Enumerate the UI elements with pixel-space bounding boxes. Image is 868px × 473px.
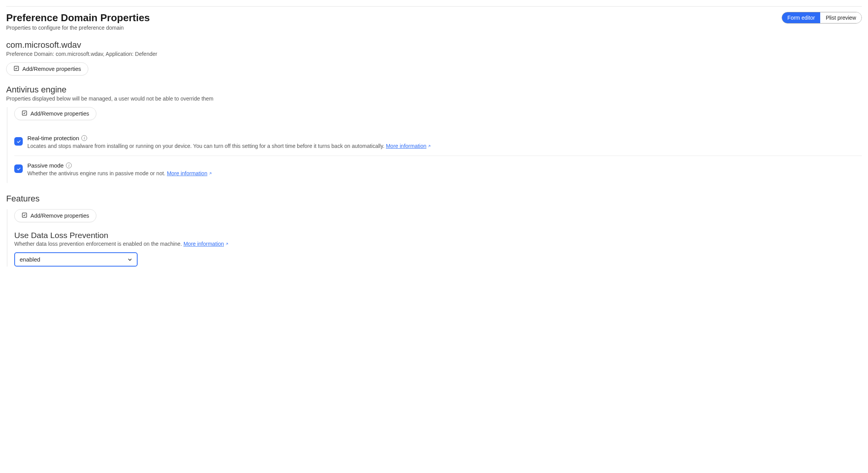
features-title: Features xyxy=(6,194,862,204)
page-title: Preference Domain Properties xyxy=(6,12,150,24)
divider xyxy=(6,6,862,7)
plist-preview-tab[interactable]: Plist preview xyxy=(820,12,861,23)
dlp-title: Use Data Loss Prevention xyxy=(14,231,862,240)
passive-mode-row: Passive mode i Whether the antivirus eng… xyxy=(14,156,862,183)
form-editor-tab[interactable]: Form editor xyxy=(782,12,821,23)
dlp-select[interactable]: enabled xyxy=(14,252,138,267)
info-icon[interactable]: i xyxy=(81,135,87,141)
passive-title: Passive mode xyxy=(27,162,64,169)
add-remove-label: Add/Remove properties xyxy=(30,111,89,117)
info-icon[interactable]: i xyxy=(66,163,72,168)
realtime-title: Real-time protection xyxy=(27,135,79,141)
antivirus-title: Antivirus engine xyxy=(6,85,862,95)
add-remove-properties-button[interactable]: Add/Remove properties xyxy=(14,209,96,222)
add-remove-properties-button[interactable]: Add/Remove properties xyxy=(6,62,88,75)
add-remove-label: Add/Remove properties xyxy=(22,66,81,72)
checklist-icon xyxy=(22,110,27,117)
domain-meta: Preference Domain: com.microsoft.wdav, A… xyxy=(6,51,862,57)
view-toggle: Form editor Plist preview xyxy=(782,12,862,23)
more-information-link[interactable]: More information xyxy=(386,143,431,149)
passive-checkbox[interactable] xyxy=(14,164,23,173)
realtime-checkbox[interactable] xyxy=(14,137,23,146)
checklist-icon xyxy=(13,65,19,72)
checklist-icon xyxy=(22,212,27,219)
dlp-desc: Whether data loss prevention enforcement… xyxy=(14,241,182,247)
realtime-protection-row: Real-time protection i Locates and stops… xyxy=(14,129,862,156)
realtime-desc: Locates and stops malware from installin… xyxy=(27,143,384,149)
domain-name: com.microsoft.wdav xyxy=(6,40,862,50)
more-information-link[interactable]: More information xyxy=(167,170,212,176)
page-subtitle: Properties to configure for the preferen… xyxy=(6,25,150,31)
more-information-link[interactable]: More information xyxy=(183,241,229,247)
add-remove-properties-button[interactable]: Add/Remove properties xyxy=(14,107,96,120)
antivirus-subtitle: Properties displayed below will be manag… xyxy=(6,96,862,102)
add-remove-label: Add/Remove properties xyxy=(30,213,89,219)
passive-desc: Whether the antivirus engine runs in pas… xyxy=(27,170,165,176)
